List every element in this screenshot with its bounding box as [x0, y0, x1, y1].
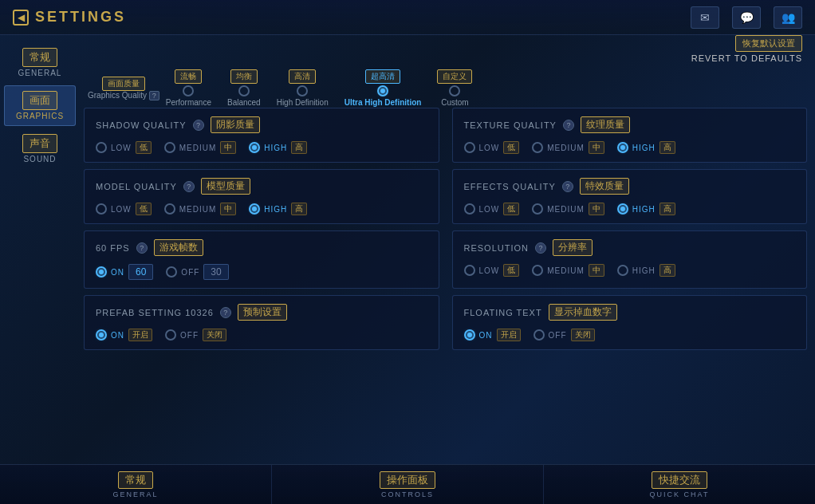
resolution-options: LOW 低 MEDIUM 中 HIGH 高 [464, 264, 796, 277]
friends-icon-btn[interactable]: 👥 [774, 6, 802, 29]
resolution-info-icon[interactable]: ? [535, 242, 546, 254]
quality-uhd[interactable]: 超高清 Ultra High Definition [345, 69, 422, 107]
model-low[interactable]: LOW 低 [96, 203, 152, 215]
sidebar-item-general[interactable]: 常规 GENERAL [4, 43, 76, 82]
quality-custom[interactable]: 自定义 Custom [437, 69, 472, 107]
fps-on-value: 60 [128, 264, 153, 280]
bottom-quickchat-cn: 快捷交流 [652, 471, 707, 489]
shadow-medium-radio[interactable] [164, 142, 175, 153]
model-medium-radio[interactable] [164, 203, 175, 215]
shadow-quality-header: SHADOW QUALITY ? 阴影质量 [96, 116, 427, 133]
quality-performance[interactable]: 流畅 Performance [166, 69, 211, 107]
floating-off-radio[interactable] [533, 329, 545, 341]
fps-on[interactable]: ON 60 [96, 264, 153, 280]
model-high-radio[interactable] [249, 203, 260, 215]
texture-high[interactable]: HIGH 高 [617, 141, 675, 154]
radio-uhd[interactable] [377, 85, 388, 96]
texture-info-icon[interactable]: ? [563, 120, 574, 131]
revert-chinese-label[interactable]: 恢复默认设置 [735, 35, 802, 52]
page-title: SETTINGS [35, 9, 126, 26]
bottom-nav-controls[interactable]: 操作面板 CONTROLS [272, 465, 544, 504]
sidebar: 常规 GENERAL 画面 GRAPHICS 声音 SOUND [0, 35, 80, 464]
shadow-high[interactable]: HIGH 高 [249, 141, 307, 154]
fps-off[interactable]: OFF 30 [166, 264, 228, 280]
texture-medium[interactable]: MEDIUM 中 [532, 141, 604, 154]
effects-high-radio[interactable] [617, 203, 628, 215]
prefab-block: PREFAB SETTING 10326 ? 预制设置 ON 开启 OFF 关闭 [84, 295, 439, 350]
model-quality-header: MODEL QUALITY ? 模型质量 [96, 178, 427, 195]
revert-english-label[interactable]: REVERT TO DEFAULTS [691, 53, 802, 63]
prefab-on-radio[interactable] [96, 329, 107, 341]
bottom-controls-en: CONTROLS [381, 490, 434, 498]
fps-title-cn: 游戏帧数 [154, 239, 203, 256]
texture-high-radio[interactable] [617, 142, 628, 153]
model-medium[interactable]: MEDIUM 中 [164, 203, 237, 215]
texture-title-cn: 纹理质量 [581, 116, 630, 133]
fps-info-icon[interactable]: ? [136, 242, 148, 254]
texture-low[interactable]: LOW 低 [464, 141, 520, 154]
header: ◀ SETTINGS ✉ 💬 👥 [0, 0, 815, 35]
effects-low-radio[interactable] [464, 203, 475, 215]
resolution-low-radio[interactable] [464, 265, 475, 276]
resolution-block: RESOLUTION ? 分辨率 LOW 低 MEDIUM 中 HIGH [452, 230, 808, 289]
effects-low[interactable]: LOW 低 [464, 203, 520, 215]
texture-medium-radio[interactable] [532, 142, 543, 153]
resolution-high-radio[interactable] [617, 265, 628, 276]
quality-hd[interactable]: 高清 High Definition [277, 69, 329, 107]
floating-on[interactable]: ON 开启 [464, 329, 521, 341]
shadow-info-icon[interactable]: ? [193, 120, 204, 131]
resolution-medium[interactable]: MEDIUM 中 [532, 264, 604, 277]
effects-title-en: EFFECTS QUALITY [464, 182, 556, 191]
fps-on-radio[interactable] [96, 266, 107, 278]
sidebar-item-graphics[interactable]: 画面 GRAPHICS [4, 85, 76, 126]
resolution-title-cn: 分辨率 [553, 239, 593, 256]
fps-off-radio[interactable] [166, 266, 177, 278]
radio-performance[interactable] [183, 85, 194, 96]
model-high[interactable]: HIGH 高 [249, 203, 307, 215]
effects-medium-radio[interactable] [532, 203, 543, 215]
shadow-high-radio[interactable] [249, 142, 260, 153]
quality-balanced[interactable]: 均衡 Balanced [227, 69, 261, 107]
effects-quality-header: EFFECTS QUALITY ? 特效质量 [464, 178, 796, 195]
mail-icon-btn[interactable]: ✉ [691, 6, 719, 29]
sidebar-general-en: GENERAL [18, 69, 62, 77]
prefab-info-icon[interactable]: ? [220, 307, 231, 318]
back-button[interactable]: ◀ SETTINGS [13, 9, 126, 26]
texture-low-radio[interactable] [464, 142, 475, 153]
model-low-radio[interactable] [96, 203, 107, 215]
shadow-low-radio[interactable] [96, 142, 107, 153]
bottom-general-en: GENERAL [112, 490, 158, 498]
fps-block: 60 FPS ? 游戏帧数 ON 60 OFF 30 [84, 230, 439, 289]
radio-hd[interactable] [297, 85, 308, 96]
prefab-off-radio[interactable] [165, 329, 176, 341]
chat-icon-btn[interactable]: 💬 [732, 6, 761, 29]
resolution-header: RESOLUTION ? 分辨率 [464, 239, 796, 256]
sidebar-general-cn: 常规 [22, 48, 57, 67]
texture-quality-header: TEXTURE QUALITY ? 纹理质量 [464, 116, 796, 133]
resolution-high[interactable]: HIGH 高 [617, 264, 675, 277]
prefab-on[interactable]: ON 开启 [96, 329, 152, 341]
floating-on-radio[interactable] [464, 329, 475, 341]
quality-cn-label: 画面质量 [102, 77, 145, 91]
floating-off[interactable]: OFF 关闭 [533, 329, 595, 341]
settings-grid: SHADOW QUALITY ? 阴影质量 LOW 低 MEDIUM 中 HIG… [84, 108, 807, 350]
sidebar-graphics-en: GRAPHICS [16, 112, 64, 120]
resolution-medium-radio[interactable] [532, 265, 543, 276]
shadow-low[interactable]: LOW 低 [96, 141, 152, 154]
effects-info-icon[interactable]: ? [562, 181, 573, 192]
prefab-title-cn: 预制设置 [238, 304, 287, 321]
radio-custom[interactable] [449, 85, 460, 96]
effects-quality-block: EFFECTS QUALITY ? 特效质量 LOW 低 MEDIUM 中 HI… [452, 169, 808, 224]
fps-title-en: 60 FPS [96, 243, 130, 253]
sidebar-item-sound[interactable]: 声音 SOUND [4, 129, 76, 168]
bottom-nav-quickchat[interactable]: 快捷交流 QUICK CHAT [544, 465, 815, 504]
shadow-medium[interactable]: MEDIUM 中 [164, 141, 237, 154]
radio-balanced[interactable] [238, 85, 250, 96]
texture-options: LOW 低 MEDIUM 中 HIGH 高 [464, 141, 796, 154]
resolution-low[interactable]: LOW 低 [464, 264, 520, 277]
model-info-icon[interactable]: ? [183, 181, 195, 192]
effects-high[interactable]: HIGH 高 [617, 203, 675, 215]
prefab-off[interactable]: OFF 关闭 [165, 329, 226, 341]
bottom-nav-general[interactable]: 常规 GENERAL [0, 465, 272, 504]
effects-medium[interactable]: MEDIUM 中 [532, 203, 604, 215]
